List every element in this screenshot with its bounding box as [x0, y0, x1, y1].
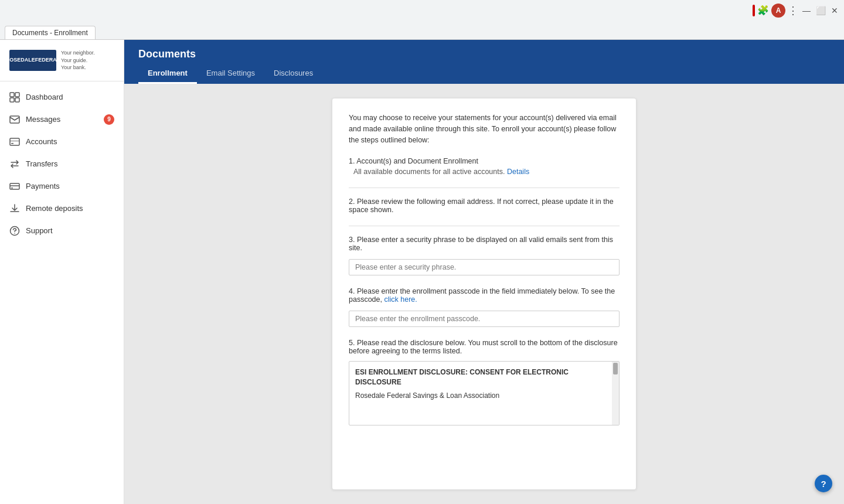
main-area: Documents Enrollment Email Settings Disc… — [124, 40, 844, 504]
step-1-number: 1. — [349, 157, 355, 165]
dashboard-label: Dashboard — [26, 93, 114, 101]
messages-badge: 9 — [104, 114, 114, 125]
sidebar-item-remote-deposits[interactable]: Remote deposits — [0, 197, 124, 220]
transfers-icon — [9, 159, 20, 169]
browser-tab[interactable]: Documents - Enrollment — [5, 26, 96, 39]
svg-rect-3 — [15, 98, 19, 102]
svg-rect-1 — [15, 93, 19, 97]
sidebar-item-messages[interactable]: Messages 9 — [0, 108, 124, 131]
sidebar-item-payments[interactable]: Payments — [0, 175, 124, 197]
minimize-button[interactable]: — — [802, 6, 811, 15]
step-2: 2. Please review the following email add… — [349, 197, 620, 214]
enrollment-passcode-input[interactable] — [349, 311, 620, 327]
svg-rect-0 — [10, 93, 14, 97]
step-2-label: Please review the following email addres… — [349, 197, 614, 214]
svg-rect-2 — [10, 98, 14, 102]
sidebar-item-support[interactable]: Support — [0, 220, 124, 242]
maximize-button[interactable]: ⬜ — [816, 6, 825, 15]
app-container: ROSEDALE FEDERAL Your neighbor. Your gui… — [0, 40, 844, 504]
logo-image: ROSEDALE FEDERAL — [9, 50, 56, 71]
step-3: 3. Please enter a security phrase to be … — [349, 236, 620, 275]
disclosure-box[interactable]: ESI ENROLLMENT DISCLOSURE: CONSENT FOR E… — [349, 361, 620, 425]
disclosure-content: ESI ENROLLMENT DISCLOSURE: CONSENT FOR E… — [349, 362, 619, 406]
close-button[interactable]: ✕ — [830, 6, 839, 15]
svg-rect-8 — [10, 183, 19, 189]
dashboard-icon — [9, 92, 20, 103]
svg-rect-7 — [11, 143, 13, 144]
payments-icon — [9, 181, 20, 192]
step-2-number: 2. — [349, 197, 355, 206]
security-phrase-input[interactable] — [349, 259, 620, 275]
support-label: Support — [26, 226, 114, 235]
svg-point-12 — [14, 233, 15, 234]
step-3-number: 3. — [349, 236, 355, 244]
browser-chrome: 🧩 A ⋮ — ⬜ ✕ Documents - Enrollment — [0, 0, 844, 40]
step-3-label: Please enter a security phrase to be dis… — [349, 236, 613, 252]
step-1-title: 1. Account(s) and Document Enrollment — [349, 157, 620, 165]
step-1-details-link[interactable]: Details — [507, 168, 529, 176]
step-5-title: 5. Please read the disclosure below. You… — [349, 339, 620, 355]
messages-label: Messages — [26, 115, 98, 124]
disclosure-body: Rosedale Federal Savings & Loan Associat… — [355, 391, 607, 401]
sidebar-item-accounts[interactable]: Accounts — [0, 131, 124, 153]
step-5-label: Please read the disclosure below. You mu… — [349, 339, 618, 355]
sidebar: ROSEDALE FEDERAL Your neighbor. Your gui… — [0, 40, 124, 504]
divider-1 — [349, 188, 620, 188]
tab-email-settings[interactable]: Email Settings — [197, 64, 264, 84]
sidebar-item-dashboard[interactable]: Dashboard — [0, 86, 124, 108]
step-3-title: 3. Please enter a security phrase to be … — [349, 236, 620, 252]
disclosure-scrollbar[interactable] — [612, 362, 619, 425]
account-avatar[interactable]: A — [771, 4, 785, 18]
extension-red-bar — [753, 5, 755, 16]
divider-2 — [349, 226, 620, 226]
content-body: You may choose to receive your statement… — [124, 84, 844, 504]
accounts-icon — [9, 137, 20, 147]
step-5: 5. Please read the disclosure below. You… — [349, 339, 620, 425]
messages-icon — [9, 114, 20, 125]
disclosure-title: ESI ENROLLMENT DISCLOSURE: CONSENT FOR E… — [355, 367, 607, 387]
tab-disclosures[interactable]: Disclosures — [264, 64, 322, 84]
step-4-number: 4. — [349, 287, 355, 295]
help-button[interactable]: ? — [815, 475, 832, 492]
browser-extensions: 🧩 A ⋮ — [753, 4, 798, 18]
step-4-title: 4. Please enter the enrollment passcode … — [349, 287, 620, 304]
browser-menu-icon[interactable]: ⋮ — [788, 4, 798, 17]
enrollment-card: You may choose to receive your statement… — [332, 98, 637, 490]
extensions-puzzle-icon[interactable]: 🧩 — [757, 5, 769, 16]
svg-rect-4 — [10, 116, 19, 123]
logo-tagline: Your neighbor. Your guide. Your bank. — [61, 49, 95, 71]
svg-rect-6 — [10, 140, 19, 142]
tab-enrollment[interactable]: Enrollment — [138, 64, 197, 84]
support-icon — [9, 226, 20, 236]
step-1: 1. Account(s) and Document Enrollment Al… — [349, 157, 620, 176]
sidebar-nav: Dashboard Messages 9 — [0, 81, 124, 504]
page-title: Documents — [124, 40, 844, 60]
payments-label: Payments — [26, 182, 114, 190]
window-controls: — ⬜ ✕ — [802, 6, 839, 15]
step-1-sub: All available documents for all active a… — [349, 168, 620, 176]
step-2-title: 2. Please review the following email add… — [349, 197, 620, 214]
accounts-label: Accounts — [26, 137, 114, 146]
header-tabs: Enrollment Email Settings Disclosures — [124, 64, 844, 84]
transfers-label: Transfers — [26, 159, 114, 168]
svg-rect-10 — [11, 188, 13, 189]
sidebar-logo: ROSEDALE FEDERAL Your neighbor. Your gui… — [0, 40, 124, 81]
remote-deposits-icon — [9, 203, 20, 214]
step-4-link[interactable]: click here. — [384, 295, 417, 304]
remote-deposits-label: Remote deposits — [26, 204, 114, 213]
step-1-label: Account(s) and Document Enrollment — [356, 157, 478, 165]
sidebar-item-transfers[interactable]: Transfers — [0, 153, 124, 175]
top-header: Documents Enrollment Email Settings Disc… — [124, 40, 844, 84]
step-5-number: 5. — [349, 339, 355, 347]
step-4: 4. Please enter the enrollment passcode … — [349, 287, 620, 327]
intro-text: You may choose to receive your statement… — [349, 113, 620, 145]
